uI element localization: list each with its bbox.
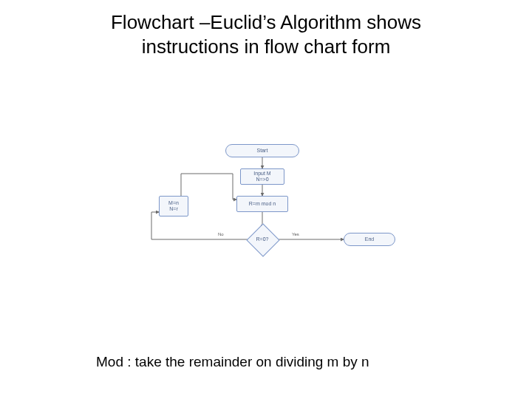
node-start-label: Start [257, 148, 268, 154]
node-end: End [344, 233, 395, 246]
node-compute: R=m mod n [236, 196, 288, 212]
node-end-label: End [365, 236, 374, 242]
slide-title: Flowchart –Euclid’s Algorithm shows inst… [0, 10, 532, 58]
title-line-1: Flowchart –Euclid’s Algorithm shows [111, 11, 421, 33]
footnote-text: Mod : take the remainder on dividing m b… [96, 354, 369, 370]
node-assign: M=n N=r [159, 196, 188, 216]
edge-label-yes: Yes [292, 232, 299, 236]
flowchart-diagram: Start Input M N=>0 R=m mod n M=n N=r R=0… [115, 144, 417, 284]
node-assign-label: M=n N=r [168, 200, 179, 211]
node-compute-label: R=m mod n [249, 201, 276, 207]
edge-label-no: No [218, 232, 224, 236]
node-input-label: Input M N=>0 [253, 171, 270, 182]
node-input: Input M N=>0 [240, 168, 284, 185]
node-start: Start [225, 144, 299, 157]
node-decision-label: R=0? [248, 236, 277, 242]
title-line-2: instructions in flow chart form [142, 35, 391, 58]
